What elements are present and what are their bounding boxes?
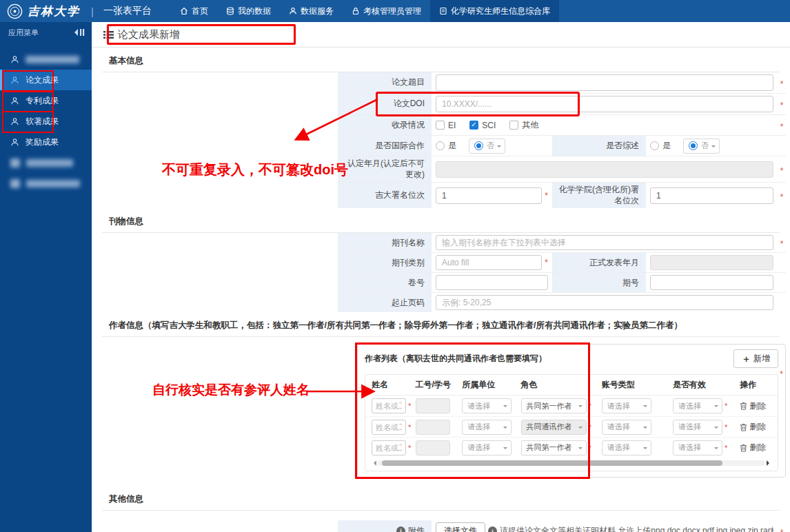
paper-title-input[interactable] [436,74,773,91]
delete-author-button[interactable]: 删除 [740,442,766,453]
author-unit-select[interactable]: 请选择 [462,398,512,413]
checkbox-ei[interactable]: EI [436,121,456,130]
required-mark: * [778,98,786,110]
field-label: 期刊名称 [338,233,432,252]
sidebar-item-redacted-2[interactable] [0,152,92,173]
radio-intl-yes[interactable]: 是 [436,140,456,152]
field-label: i 附件 [338,520,432,532]
platform-name: 一张表平台 [103,5,152,17]
sidebar-item-redacted-1[interactable] [0,49,92,70]
nav-item-data-services[interactable]: 数据服务 [280,0,343,22]
sidebar-item-paper-achievements[interactable]: 论文成果 [0,70,92,90]
add-author-button[interactable]: ＋ 新增 [733,349,778,368]
nav-item-admin[interactable]: 考核管理员管理 [343,0,430,22]
column-header-account-type: 账号类型 [600,379,671,391]
sidebar-item-label: 专利成果 [26,95,59,107]
author-row: * 请选择 共同第一作者* 请选择 请选择* 删除 [365,396,778,416]
jlu-rank-input[interactable] [436,187,542,204]
account-type-select[interactable]: 请选择 [602,440,651,456]
select-value: 请选择 [607,442,630,453]
university-seal-icon [7,3,23,19]
author-unit-select[interactable]: 请选择 [462,440,512,456]
author-name-input[interactable] [372,398,406,413]
attachment-hint-text: 请提供论文全文等相关证明材料,允许上传png,doc,docx,pdf,jpg,… [500,525,773,532]
valid-select[interactable]: 请选择 [673,420,722,435]
author-role-select[interactable]: 共同第一作者 [521,440,587,456]
valid-select[interactable]: 请选择 [673,440,722,456]
field-label: 论文题目 [338,72,432,93]
author-row: * 请选择 共同通讯作者* 请选择 请选择* 删除 [365,416,778,437]
journal-type-input[interactable] [436,255,542,270]
nav-item-label: 我的数据 [238,6,271,17]
redacted-label [26,180,80,187]
journal-name-input[interactable] [436,235,773,250]
delete-author-button[interactable]: 删除 [740,400,766,412]
form-row-pages: 起止页码 [338,292,786,312]
author-table-header: 姓名 工号/学号 所属单位 角色 账号类型 是否有效 操作 [365,375,778,396]
delete-label: 删除 [749,421,766,433]
radio-label: 是 [448,140,456,152]
required-mark: * [780,369,783,379]
field-label: 是否综述 [552,136,646,156]
checkbox-checked-icon [469,121,478,130]
delete-label: 删除 [749,400,766,412]
choose-file-button[interactable]: 选择文件 [436,522,485,532]
college-rank-input[interactable] [650,187,773,204]
scrollbar-thumb[interactable] [382,460,723,466]
form-row-confirm-date: 认定年月(认定后不可更改) * [338,156,786,182]
scroll-right-icon[interactable] [767,460,772,466]
annotation-text-doi: 不可重复录入，不可篡改doi号 [162,161,348,179]
field-label: 起止页码 [338,293,432,312]
attachment-label: 附件 [408,526,425,532]
scrollbar-track[interactable] [378,460,765,466]
sidebar-item-software-achievements[interactable]: 软著成果 [0,111,92,132]
required-mark: * [408,402,411,410]
account-type-select[interactable]: 请选择 [602,420,651,435]
radio-review-yes[interactable]: 是 [650,140,671,152]
radio-review-no[interactable]: 否 [683,139,720,154]
document-icon [439,7,447,15]
volume-input[interactable] [436,275,548,290]
sidebar-item-award-achievements[interactable]: 奖励成果 [0,132,92,152]
add-button-label: 新增 [753,353,770,365]
scroll-left-icon[interactable] [371,460,376,466]
collapse-sidebar-icon[interactable] [74,29,85,36]
sidebar-item-patent-achievements[interactable]: 专利成果 [0,90,92,111]
nav-item-label: 数据服务 [301,6,334,17]
nav-item-my-data[interactable]: 我的数据 [217,0,280,22]
select-value: 请选择 [467,422,490,432]
valid-select[interactable]: 请选择 [673,398,722,413]
author-table: 姓名 工号/学号 所属单位 角色 账号类型 是否有效 操作 * 请选择 共同第一… [365,374,778,471]
required-mark: * [545,191,548,201]
radio-selected-icon [689,141,698,150]
nav-item-chemistry-db[interactable]: 化学研究生师生信息综合库 [430,0,559,22]
required-mark: * [725,444,727,452]
delete-author-button[interactable]: 删除 [740,421,766,433]
field-label: 期号 [552,273,646,292]
checkbox-label: EI [448,121,456,130]
doi-input[interactable] [436,96,773,112]
author-unit-select[interactable]: 请选择 [462,420,512,435]
author-name-input[interactable] [372,420,406,435]
required-mark: * [545,258,548,267]
account-type-select[interactable]: 请选择 [602,398,651,413]
issue-input[interactable] [650,275,773,290]
pages-input[interactable] [436,295,773,310]
redacted-label [26,56,79,63]
radio-intl-no[interactable]: 否 [469,139,505,154]
checkbox-other[interactable]: 其他 [509,119,538,131]
sidebar-item-redacted-3[interactable] [0,173,92,194]
nav-item-home[interactable]: 首页 [171,0,217,22]
checkbox-sci[interactable]: SCI [469,121,496,130]
annotation-text-authors: 自行核实是否有参评人姓名 [152,381,310,399]
nav-item-label: 首页 [192,6,208,17]
author-id-input [416,420,450,435]
author-name-input[interactable] [372,440,406,456]
topbar: 吉林大学 | 一张表平台 首页 我的数据 数据服务 [0,0,790,22]
author-role-select[interactable]: 共同通讯作者 [521,420,587,435]
sidebar-menu: 论文成果 专利成果 软著成果 奖励成果 [0,49,92,194]
author-role-select[interactable]: 共同第一作者 [521,398,587,413]
basic-info-form: 论文题目 * 论文DOI * 不可重复录入，不可篡改doi号 收录情况 [338,72,786,208]
required-mark: * [778,525,786,532]
checkbox-label: SCI [482,121,496,130]
